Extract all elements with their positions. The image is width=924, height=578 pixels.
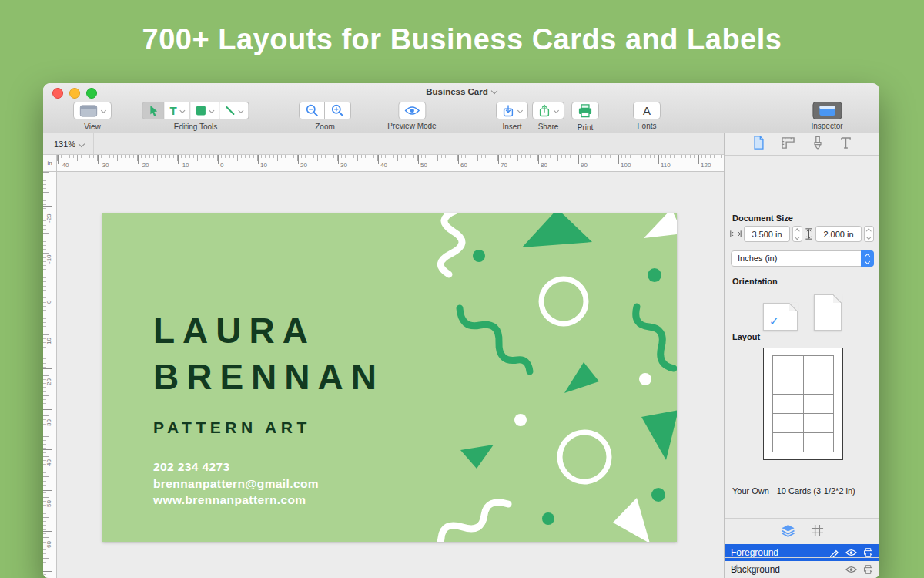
layer-name: Foreground xyxy=(731,547,778,558)
share-icon xyxy=(538,104,551,117)
preview-mode-button[interactable]: Preview Mode xyxy=(387,102,436,130)
business-card[interactable]: LAURA BRENNAN PATTERN ART 202 234 4273 b… xyxy=(102,213,677,542)
squiggle-shape xyxy=(440,213,462,274)
page-icon xyxy=(753,136,765,150)
stepper-down-icon xyxy=(795,234,799,239)
orientation-portrait-option[interactable] xyxy=(814,294,842,331)
horizontal-ruler: -40-30-20-100102030405060708090100110120 xyxy=(57,155,724,172)
rectangle-icon xyxy=(196,106,206,116)
height-field[interactable]: 2.000 in xyxy=(815,226,862,242)
print-button[interactable]: Print xyxy=(571,102,599,132)
remove-layer-button[interactable]: − xyxy=(752,560,759,576)
card-website: www.brennanpattern.com xyxy=(153,492,319,509)
ring-shape xyxy=(560,432,609,482)
inspector-tabs xyxy=(725,133,879,156)
layers-icon xyxy=(781,524,795,537)
pointer-tool-button[interactable] xyxy=(142,102,164,119)
text-tool-button[interactable]: T xyxy=(164,102,190,119)
layout-grid xyxy=(772,355,834,452)
page-fold xyxy=(833,294,842,303)
fonts-button[interactable]: A Fonts xyxy=(633,102,661,130)
units-dropdown[interactable]: Inches (in) xyxy=(731,250,874,267)
chevron-down-icon xyxy=(101,108,106,113)
zoom-in-button[interactable] xyxy=(325,102,351,119)
squiggle-shape xyxy=(423,502,508,542)
ring-shape xyxy=(541,279,586,324)
chevron-down-icon xyxy=(491,88,497,94)
brush-icon xyxy=(812,136,824,150)
dot-shape xyxy=(648,268,661,282)
width-icon xyxy=(730,230,742,238)
zoom-level-select[interactable]: 131% xyxy=(43,133,94,154)
dot-shape xyxy=(473,250,485,262)
squiggle-shape xyxy=(636,307,674,368)
layout-caption: Your Own - 10 Cards (3-1/2*2 in) xyxy=(732,486,855,496)
printer-icon xyxy=(578,104,593,118)
chevron-down-icon xyxy=(209,108,215,113)
chevron-down-icon xyxy=(180,108,186,113)
dot-shape xyxy=(639,373,651,385)
grid-tab[interactable] xyxy=(811,524,824,540)
layout-label: Layout xyxy=(732,332,760,341)
zoom-out-button[interactable] xyxy=(299,102,325,119)
dot-shape xyxy=(651,488,665,502)
dropdown-arrows-icon xyxy=(861,250,874,267)
add-layer-button[interactable]: + xyxy=(733,560,740,576)
orientation-label: Orientation xyxy=(732,277,778,286)
width-stepper[interactable] xyxy=(792,226,802,242)
layers-footer: + − xyxy=(725,557,879,578)
tab-text[interactable] xyxy=(840,136,852,153)
orientation-landscape-option[interactable]: ✓ xyxy=(763,303,798,331)
chevron-down-icon xyxy=(239,108,244,113)
tab-appearance[interactable] xyxy=(812,136,824,153)
chevron-down-icon xyxy=(554,108,559,113)
banner-title: 700+ Layouts for Business Cards and Labe… xyxy=(0,23,924,56)
share-button[interactable]: Share xyxy=(532,102,564,131)
canvas[interactable]: LAURA BRENNAN PATTERN ART 202 234 4273 b… xyxy=(57,172,724,578)
insert-icon xyxy=(502,104,514,117)
panel-separator xyxy=(725,518,879,519)
height-icon xyxy=(805,228,813,240)
width-field[interactable]: 3.500 in xyxy=(744,226,790,242)
window-title[interactable]: Business Card xyxy=(43,83,879,100)
magnifier-minus-icon xyxy=(306,104,319,117)
triangle-shape xyxy=(613,498,650,542)
document-size-row: 3.500 in 2.000 in xyxy=(730,226,874,242)
triangle-shape xyxy=(564,362,599,393)
tab-document[interactable] xyxy=(753,136,765,153)
text-style-icon xyxy=(840,136,852,150)
pencil-icon[interactable] xyxy=(829,548,839,558)
chevron-down-icon xyxy=(517,108,523,113)
orientation-row: ✓ xyxy=(725,286,879,334)
height-stepper[interactable] xyxy=(864,226,874,242)
inspector-icon xyxy=(819,105,835,116)
inspector-panel: Document Size 3.500 in 2.000 in Inches (… xyxy=(724,133,879,578)
zoom-group: Zoom xyxy=(299,102,351,131)
triangle-shape xyxy=(460,445,494,469)
layers-tab[interactable] xyxy=(781,524,795,540)
line-icon xyxy=(226,106,236,116)
eye-icon[interactable] xyxy=(845,549,857,556)
triangle-shape xyxy=(522,213,592,247)
ruler-icon xyxy=(781,136,795,150)
card-name: LAURA BRENNAN xyxy=(153,307,384,400)
document-size-label: Document Size xyxy=(732,213,793,223)
insert-button[interactable]: Insert xyxy=(496,102,528,131)
layout-preview[interactable] xyxy=(763,348,843,460)
app-window: Business Card View xyxy=(43,83,879,578)
shape-tool-button[interactable] xyxy=(191,102,220,119)
chevron-down-icon xyxy=(79,140,85,146)
window-header: Business Card View xyxy=(43,83,879,133)
ruler-unit-box: in xyxy=(43,155,57,172)
editing-tools-group: T Editing Tools xyxy=(142,102,249,131)
printer-icon[interactable] xyxy=(863,548,873,557)
tab-rulers[interactable] xyxy=(781,136,795,153)
inspector-button[interactable]: Inspector xyxy=(811,102,842,130)
card-phone: 202 234 4273 xyxy=(153,459,319,476)
text-tool-icon: T xyxy=(169,104,176,117)
view-button[interactable]: View xyxy=(73,102,112,131)
line-tool-button[interactable] xyxy=(220,102,249,119)
card-contact-block: 202 234 4273 brennanpattern@gmail.com ww… xyxy=(153,459,319,509)
eye-icon xyxy=(404,106,420,116)
zoom-bar: 131% xyxy=(43,133,724,155)
